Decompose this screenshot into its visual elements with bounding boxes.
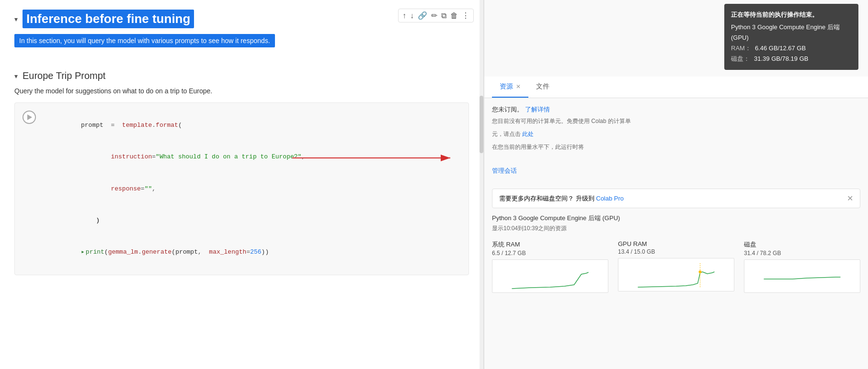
unsubscribed-text: 您未订阅。 了解详情: [492, 105, 860, 115]
stat-gpu-ram: GPU RAM 13.4 / 15.0 GB: [618, 240, 734, 293]
stats-grid: 系统 RAM 6.5 / 12.7 GB GPU RAM 13.4 / 15.0…: [492, 240, 860, 293]
section-chevron[interactable]: ▾: [14, 15, 18, 23]
gpu-ram-value: 13.4 / 15.0 GB: [618, 248, 734, 255]
no-unit-text: 您目前没有可用的计算单元。免费使用 Colab 的计算单: [492, 117, 860, 126]
code-line-2: instruction="What should I do on a trip …: [44, 141, 461, 173]
upgrade-text: 需要更多内存和磁盘空间？: [499, 195, 574, 202]
system-ram-value: 6.5 / 12.7 GB: [492, 250, 608, 257]
move-down-icon[interactable]: ↓: [410, 11, 414, 20]
edit-icon[interactable]: ✏: [431, 11, 437, 20]
tooltip-disk-value: 31.39 GB/78.19 GB: [754, 54, 808, 64]
code-cell: prompt = template.format( instruction="W…: [14, 102, 469, 275]
query-text: Query the model for suggestions on what …: [14, 87, 469, 95]
system-ram-label: 系统 RAM: [492, 240, 608, 249]
disk-value: 31.4 / 78.2 GB: [744, 250, 860, 257]
delete-icon[interactable]: 🗑: [450, 11, 458, 20]
banner-close-button[interactable]: ✕: [847, 194, 853, 203]
section-title: Inference before fine tuning: [23, 10, 194, 28]
stats-engine-label: Python 3 Google Compute Engine 后端 (GPU): [492, 214, 860, 223]
code-block: prompt = template.format( instruction="W…: [44, 110, 461, 268]
disk-label: 磁盘: [744, 240, 860, 249]
resource-stats: Python 3 Google Compute Engine 后端 (GPU) …: [484, 214, 868, 293]
tab-resources-close[interactable]: ✕: [516, 83, 521, 90]
tab-files[interactable]: 文件: [528, 77, 557, 98]
usage-text: 在您当前的用量水平下，此运行时将: [492, 143, 860, 152]
tooltip-popup: 正在等待当前的执行操作结束。 Python 3 Google Compute E…: [724, 4, 858, 70]
no-unit-text2: 元，请点击 此处: [492, 130, 860, 139]
manage-session-row: 管理会话: [484, 162, 868, 183]
run-button[interactable]: [23, 111, 36, 124]
stat-system-ram: 系统 RAM 6.5 / 12.7 GB: [492, 240, 608, 293]
upgrade-banner: 需要更多内存和磁盘空间？ 升级到 Colab Pro ✕: [492, 189, 860, 208]
upgrade-banner-text-area: 需要更多内存和磁盘空间？ 升级到 Colab Pro: [499, 194, 624, 203]
tooltip-disk-row: 磁盘： 31.39 GB/78.19 GB: [731, 54, 852, 64]
learn-more-link[interactable]: 了解详情: [525, 106, 550, 113]
system-ram-chart: [492, 259, 608, 293]
resource-panel: 您未订阅。 了解详情 您目前没有可用的计算单元。免费使用 Colab 的计算单 …: [484, 98, 868, 162]
disk-chart: [744, 259, 860, 293]
tooltip-title: 正在等待当前的执行操作结束。: [731, 10, 852, 20]
more-icon[interactable]: ⋮: [462, 11, 469, 20]
link-icon[interactable]: 🔗: [418, 11, 427, 20]
sidebar-tabs: 资源 ✕ 文件: [484, 77, 868, 98]
code-line-5: ▸print(gemma_lm.generate(prompt, max_len…: [44, 236, 461, 268]
code-line-3: response="",: [44, 173, 461, 205]
sub-section-title: Europe Trip Prompt: [23, 70, 105, 81]
sub-section-chevron[interactable]: ▾: [14, 72, 18, 80]
code-line-1: prompt = template.format(: [44, 110, 461, 141]
upgrade-to-text: 升级到: [576, 195, 594, 202]
tab-resources-label: 资源: [500, 82, 513, 91]
tooltip-disk-label: 磁盘：: [731, 54, 750, 64]
gpu-ram-label: GPU RAM: [618, 240, 734, 247]
tooltip-ram-label: RAM：: [731, 43, 751, 54]
manage-session-link[interactable]: 管理会话: [492, 167, 517, 174]
tooltip-engine: Python 3 Google Compute Engine 后端 (GPU): [731, 22, 852, 43]
scroll-area[interactable]: [480, 0, 483, 369]
stats-time-range: 显示10:04到10:39之间的资源: [492, 224, 860, 233]
stat-disk: 磁盘 31.4 / 78.2 GB: [744, 240, 860, 293]
sub-section-header: ▾ Europe Trip Prompt: [14, 70, 469, 81]
code-line-4: ): [44, 205, 461, 236]
tab-resources[interactable]: 资源 ✕: [492, 77, 528, 98]
tooltip-ram-row: RAM： 6.46 GB/12.67 GB: [731, 43, 852, 54]
tooltip-ram-value: 6.46 GB/12.67 GB: [755, 43, 806, 54]
move-up-icon[interactable]: ↑: [402, 11, 406, 20]
colab-pro-link[interactable]: Colab Pro: [596, 195, 624, 202]
svg-point-3: [699, 270, 702, 273]
cell-toolbar: ↑ ↓ 🔗 ✏ ⧉ 🗑 ⋮: [398, 9, 474, 22]
main-content: ↑ ↓ 🔗 ✏ ⧉ 🗑 ⋮ ▾ Inference before fine tu…: [0, 0, 484, 369]
gpu-ram-chart: [618, 258, 734, 291]
tab-files-label: 文件: [536, 82, 549, 91]
copy-icon[interactable]: ⧉: [441, 11, 446, 20]
run-button-icon: [27, 114, 32, 120]
scroll-thumb[interactable]: [480, 96, 483, 153]
sub-section: ▾ Europe Trip Prompt Query the model for…: [14, 70, 469, 275]
sidebar: 正在等待当前的执行操作结束。 Python 3 Google Compute E…: [484, 0, 868, 369]
section-description: In this section, you will query the mode…: [14, 34, 469, 57]
this-link[interactable]: 此处: [522, 131, 534, 137]
